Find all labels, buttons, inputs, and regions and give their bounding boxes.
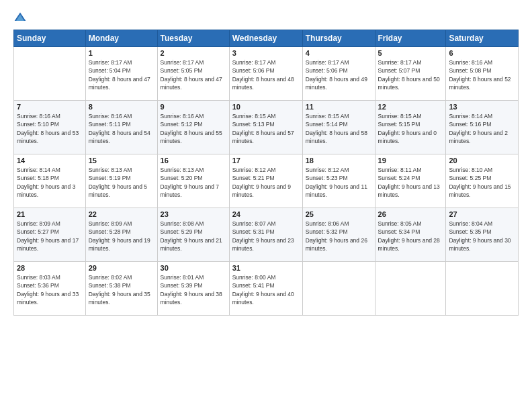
day-info: Sunrise: 8:09 AMSunset: 5:27 PMDaylight:…: [17, 220, 83, 253]
day-number: 29: [89, 264, 154, 272]
weekday-friday: Friday: [375, 30, 446, 47]
weekday-thursday: Thursday: [302, 30, 375, 47]
day-info: Sunrise: 8:16 AMSunset: 5:08 PMDaylight:…: [449, 58, 515, 91]
day-number: 3: [232, 49, 300, 57]
day-info: Sunrise: 8:00 AMSunset: 5:41 PMDaylight:…: [232, 273, 300, 306]
calendar-cell: 26Sunrise: 8:05 AMSunset: 5:34 PMDayligh…: [375, 208, 446, 262]
calendar-cell: 9Sunrise: 8:16 AMSunset: 5:12 PMDaylight…: [157, 101, 229, 154]
day-number: 14: [17, 156, 83, 165]
calendar-cell: 28Sunrise: 8:03 AMSunset: 5:36 PMDayligh…: [14, 262, 86, 316]
calendar-cell: 21Sunrise: 8:09 AMSunset: 5:27 PMDayligh…: [14, 208, 86, 262]
day-number: 19: [378, 156, 443, 165]
calendar-week-4: 21Sunrise: 8:09 AMSunset: 5:27 PMDayligh…: [14, 208, 519, 262]
day-number: 31: [232, 264, 300, 272]
calendar-cell: 13Sunrise: 8:14 AMSunset: 5:16 PMDayligh…: [446, 101, 519, 154]
calendar-cell: 10Sunrise: 8:15 AMSunset: 5:13 PMDayligh…: [229, 101, 302, 154]
calendar-cell: 22Sunrise: 8:09 AMSunset: 5:28 PMDayligh…: [85, 208, 157, 262]
calendar-cell: 19Sunrise: 8:11 AMSunset: 5:24 PMDayligh…: [375, 154, 446, 208]
calendar-cell: [446, 262, 519, 316]
day-info: Sunrise: 8:17 AMSunset: 5:07 PMDaylight:…: [378, 58, 443, 91]
calendar-cell: 12Sunrise: 8:15 AMSunset: 5:15 PMDayligh…: [375, 101, 446, 154]
calendar-cell: [14, 47, 86, 101]
logo-icon: [13, 11, 27, 24]
calendar-week-1: 1Sunrise: 8:17 AMSunset: 5:04 PMDaylight…: [14, 47, 519, 101]
calendar-cell: 30Sunrise: 8:01 AMSunset: 5:39 PMDayligh…: [157, 262, 229, 316]
day-number: 4: [306, 49, 372, 57]
day-number: 5: [378, 49, 443, 57]
calendar-cell: 17Sunrise: 8:12 AMSunset: 5:21 PMDayligh…: [229, 154, 302, 208]
calendar-header: SundayMondayTuesdayWednesdayThursdayFrid…: [14, 30, 519, 47]
day-number: 7: [17, 103, 83, 111]
day-number: 16: [161, 156, 226, 165]
calendar-cell: 6Sunrise: 8:16 AMSunset: 5:08 PMDaylight…: [446, 47, 519, 101]
day-info: Sunrise: 8:11 AMSunset: 5:24 PMDaylight:…: [378, 166, 443, 199]
day-info: Sunrise: 8:08 AMSunset: 5:29 PMDaylight:…: [161, 220, 226, 253]
calendar-body: 1Sunrise: 8:17 AMSunset: 5:04 PMDaylight…: [14, 47, 519, 316]
day-info: Sunrise: 8:17 AMSunset: 5:05 PMDaylight:…: [161, 58, 226, 91]
calendar-cell: [302, 262, 375, 316]
calendar-cell: 2Sunrise: 8:17 AMSunset: 5:05 PMDaylight…: [157, 47, 229, 101]
calendar-cell: 18Sunrise: 8:12 AMSunset: 5:23 PMDayligh…: [302, 154, 375, 208]
weekday-header-row: SundayMondayTuesdayWednesdayThursdayFrid…: [14, 30, 519, 47]
calendar-week-2: 7Sunrise: 8:16 AMSunset: 5:10 PMDaylight…: [14, 101, 519, 154]
day-info: Sunrise: 8:04 AMSunset: 5:35 PMDaylight:…: [449, 220, 515, 253]
weekday-tuesday: Tuesday: [157, 30, 229, 47]
calendar-cell: 8Sunrise: 8:16 AMSunset: 5:11 PMDaylight…: [85, 101, 157, 154]
day-info: Sunrise: 8:07 AMSunset: 5:31 PMDaylight:…: [232, 220, 300, 253]
day-number: 6: [449, 49, 515, 57]
calendar-cell: 3Sunrise: 8:17 AMSunset: 5:06 PMDaylight…: [229, 47, 302, 101]
day-number: 22: [89, 210, 154, 218]
calendar-cell: 24Sunrise: 8:07 AMSunset: 5:31 PMDayligh…: [229, 208, 302, 262]
calendar-cell: 5Sunrise: 8:17 AMSunset: 5:07 PMDaylight…: [375, 47, 446, 101]
calendar-cell: 29Sunrise: 8:02 AMSunset: 5:38 PMDayligh…: [85, 262, 157, 316]
calendar-cell: 20Sunrise: 8:10 AMSunset: 5:25 PMDayligh…: [446, 154, 519, 208]
day-info: Sunrise: 8:17 AMSunset: 5:04 PMDaylight:…: [89, 58, 154, 91]
calendar-table: SundayMondayTuesdayWednesdayThursdayFrid…: [13, 30, 519, 316]
weekday-monday: Monday: [85, 30, 157, 47]
day-info: Sunrise: 8:16 AMSunset: 5:11 PMDaylight:…: [89, 112, 154, 145]
day-info: Sunrise: 8:16 AMSunset: 5:12 PMDaylight:…: [161, 112, 226, 145]
day-number: 27: [449, 210, 515, 218]
day-info: Sunrise: 8:17 AMSunset: 5:06 PMDaylight:…: [232, 58, 300, 91]
day-info: Sunrise: 8:13 AMSunset: 5:19 PMDaylight:…: [89, 166, 154, 199]
day-info: Sunrise: 8:17 AMSunset: 5:06 PMDaylight:…: [306, 58, 372, 91]
day-info: Sunrise: 8:15 AMSunset: 5:14 PMDaylight:…: [306, 112, 372, 145]
day-number: 13: [449, 103, 515, 111]
day-number: 11: [306, 103, 372, 111]
calendar-cell: 16Sunrise: 8:13 AMSunset: 5:20 PMDayligh…: [157, 154, 229, 208]
day-number: 28: [17, 264, 83, 272]
weekday-saturday: Saturday: [446, 30, 519, 47]
day-number: 20: [449, 156, 515, 165]
day-info: Sunrise: 8:09 AMSunset: 5:28 PMDaylight:…: [89, 220, 154, 253]
calendar-week-3: 14Sunrise: 8:14 AMSunset: 5:18 PMDayligh…: [14, 154, 519, 208]
day-number: 21: [17, 210, 83, 218]
day-info: Sunrise: 8:15 AMSunset: 5:13 PMDaylight:…: [232, 112, 300, 145]
day-info: Sunrise: 8:05 AMSunset: 5:34 PMDaylight:…: [378, 220, 443, 253]
day-number: 8: [89, 103, 154, 111]
calendar-cell: 23Sunrise: 8:08 AMSunset: 5:29 PMDayligh…: [157, 208, 229, 262]
calendar-cell: 15Sunrise: 8:13 AMSunset: 5:19 PMDayligh…: [85, 154, 157, 208]
day-number: 10: [232, 103, 300, 111]
day-info: Sunrise: 8:10 AMSunset: 5:25 PMDaylight:…: [449, 166, 515, 199]
calendar-cell: 14Sunrise: 8:14 AMSunset: 5:18 PMDayligh…: [14, 154, 86, 208]
calendar-cell: 4Sunrise: 8:17 AMSunset: 5:06 PMDaylight…: [302, 47, 375, 101]
day-number: 15: [89, 156, 154, 165]
day-number: 9: [161, 103, 226, 111]
day-info: Sunrise: 8:03 AMSunset: 5:36 PMDaylight:…: [17, 273, 83, 306]
calendar-cell: 31Sunrise: 8:00 AMSunset: 5:41 PMDayligh…: [229, 262, 302, 316]
weekday-sunday: Sunday: [14, 30, 86, 47]
day-info: Sunrise: 8:02 AMSunset: 5:38 PMDaylight:…: [89, 273, 154, 306]
day-number: 25: [306, 210, 372, 218]
calendar-cell: 11Sunrise: 8:15 AMSunset: 5:14 PMDayligh…: [302, 101, 375, 154]
day-info: Sunrise: 8:13 AMSunset: 5:20 PMDaylight:…: [161, 166, 226, 199]
calendar-cell: 1Sunrise: 8:17 AMSunset: 5:04 PMDaylight…: [85, 47, 157, 101]
calendar-cell: 7Sunrise: 8:16 AMSunset: 5:10 PMDaylight…: [14, 101, 86, 154]
page: SundayMondayTuesdayWednesdayThursdayFrid…: [0, 0, 532, 411]
day-info: Sunrise: 8:16 AMSunset: 5:10 PMDaylight:…: [17, 112, 83, 145]
day-info: Sunrise: 8:12 AMSunset: 5:23 PMDaylight:…: [306, 166, 372, 199]
calendar-week-5: 28Sunrise: 8:03 AMSunset: 5:36 PMDayligh…: [14, 262, 519, 316]
day-info: Sunrise: 8:14 AMSunset: 5:16 PMDaylight:…: [449, 112, 515, 145]
day-number: 18: [306, 156, 372, 165]
header: [13, 11, 519, 24]
day-number: 1: [89, 49, 154, 57]
